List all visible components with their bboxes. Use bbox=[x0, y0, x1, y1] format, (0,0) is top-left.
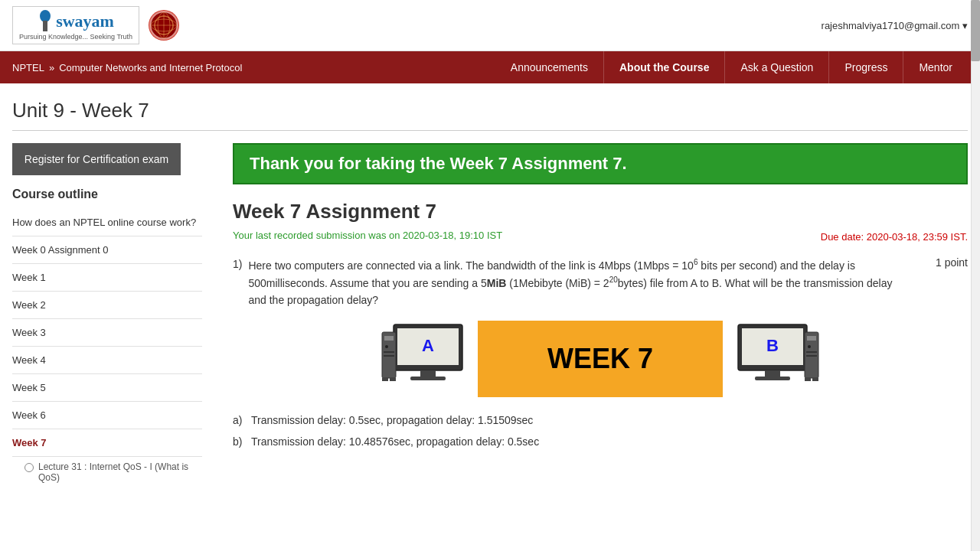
assignment-title: Week 7 Assignment 7 bbox=[233, 200, 968, 223]
week7-image-area: A bbox=[233, 321, 968, 397]
title-divider bbox=[12, 130, 968, 131]
scrollbar-thumb[interactable] bbox=[971, 0, 980, 61]
svg-rect-28 bbox=[806, 351, 817, 353]
svg-rect-24 bbox=[755, 377, 790, 380]
question-1-block: 1) Here two computers are connected via … bbox=[233, 256, 968, 452]
sidebar-item-week6[interactable]: Week 6 bbox=[12, 402, 202, 429]
svg-rect-31 bbox=[812, 378, 818, 381]
swayam-tagline: Pursuing Knowledge... Seeking Truth bbox=[19, 33, 132, 41]
sidebar-item-week2[interactable]: Week 2 bbox=[12, 292, 202, 319]
computer-a-block: A bbox=[378, 321, 478, 397]
logo-area: swayam Pursuing Knowledge... Seeking Tru… bbox=[12, 6, 179, 44]
sidebar-subitem-label: Lecture 31 : Internet QoS - I (What is Q… bbox=[38, 461, 202, 483]
answer-a-letter: a) bbox=[233, 414, 245, 426]
main-area: Thank you for taking the Week 7 Assignme… bbox=[202, 143, 968, 487]
breadcrumb-sep: » bbox=[49, 62, 54, 73]
svg-rect-19 bbox=[390, 378, 396, 381]
nav-announcements[interactable]: Announcements bbox=[495, 51, 604, 83]
scrollbar-track[interactable] bbox=[971, 0, 980, 503]
breadcrumb-home[interactable]: NPTEL bbox=[12, 62, 44, 73]
answer-a-text: Transmission delay: 0.5sec, propagation … bbox=[251, 414, 533, 426]
svg-rect-16 bbox=[384, 351, 394, 353]
sidebar-item-week0[interactable]: Week 0 Assignment 0 bbox=[12, 236, 202, 264]
due-info: Due date: 2020-03-18, 23:59 IST. bbox=[821, 231, 968, 243]
main-layout: Register for Certification exam Course o… bbox=[12, 143, 968, 487]
question-1-header: 1) Here two computers are connected via … bbox=[233, 256, 968, 308]
sidebar-item-week7[interactable]: Week 7 bbox=[12, 429, 202, 457]
q1-text-3: (1Mebibyte (MiB) = 2 bbox=[506, 277, 609, 289]
radio-icon bbox=[24, 463, 34, 472]
thank-you-banner: Thank you for taking the Week 7 Assignme… bbox=[233, 143, 968, 184]
user-email[interactable]: rajeshmalviya1710@gmail.com ▾ bbox=[822, 20, 968, 31]
sidebar-item-week1[interactable]: Week 1 bbox=[12, 264, 202, 292]
svg-rect-14 bbox=[384, 336, 394, 341]
sidebar-subitem-lecture31[interactable]: Lecture 31 : Internet QoS - I (What is Q… bbox=[12, 457, 202, 487]
svg-point-27 bbox=[808, 345, 811, 348]
nav-ask-question[interactable]: Ask a Question bbox=[725, 51, 829, 83]
answer-b-text: Transmission delay: 10.48576sec, propaga… bbox=[251, 435, 539, 448]
computer-b-block: B bbox=[723, 321, 822, 397]
nptel-logo bbox=[149, 10, 179, 41]
nav-mentor[interactable]: Mentor bbox=[903, 51, 968, 83]
computer-a-svg: A bbox=[378, 321, 478, 397]
svg-rect-12 bbox=[410, 377, 446, 380]
week7-badge: WEEK 7 bbox=[478, 321, 723, 397]
swayam-logo: swayam Pursuing Knowledge... Seeking Tru… bbox=[12, 6, 139, 44]
sidebar-item-week4[interactable]: Week 4 bbox=[12, 347, 202, 374]
top-header: swayam Pursuing Knowledge... Seeking Tru… bbox=[0, 0, 980, 51]
nav-bar: NPTEL » Computer Networks and Internet P… bbox=[0, 51, 980, 83]
svg-point-2 bbox=[151, 12, 177, 38]
svg-point-15 bbox=[385, 345, 388, 348]
user-email-text: rajeshmalviya1710@gmail.com bbox=[822, 20, 960, 31]
page-title: Unit 9 - Week 7 bbox=[12, 99, 968, 122]
submission-info: Your last recorded submission was on 202… bbox=[233, 230, 502, 241]
breadcrumb: NPTEL » Computer Networks and Internet P… bbox=[12, 62, 242, 73]
computer-b-svg: B bbox=[723, 321, 822, 397]
svg-rect-29 bbox=[806, 355, 817, 357]
dropdown-icon: ▾ bbox=[962, 20, 968, 31]
answer-options: a) Transmission delay: 0.5sec, propagati… bbox=[233, 409, 968, 452]
q1-sup2: 20 bbox=[609, 276, 618, 284]
svg-rect-26 bbox=[807, 336, 816, 341]
svg-rect-11 bbox=[420, 370, 436, 377]
nav-links: Announcements About the Course Ask a Que… bbox=[495, 51, 968, 83]
question-1-num: 1) bbox=[233, 256, 242, 270]
svg-point-0 bbox=[40, 10, 51, 22]
svg-point-7 bbox=[151, 19, 177, 31]
nav-progress[interactable]: Progress bbox=[829, 51, 903, 83]
breadcrumb-course: Computer Networks and Internet Protocol bbox=[59, 62, 242, 73]
q1-text-1: Here two computers are connected via a l… bbox=[248, 259, 693, 272]
swayam-brand-text: swayam bbox=[56, 11, 114, 31]
svg-rect-1 bbox=[43, 21, 47, 31]
course-outline-title: Course outline bbox=[12, 187, 202, 201]
nav-about-course[interactable]: About the Course bbox=[604, 51, 725, 83]
sidebar-item-week3[interactable]: Week 3 bbox=[12, 319, 202, 347]
q1-mib: MiB bbox=[487, 277, 507, 289]
svg-point-6 bbox=[158, 12, 170, 38]
question-1-points: 1 point bbox=[920, 256, 968, 308]
answer-b-letter: b) bbox=[233, 435, 245, 448]
page-content: Unit 9 - Week 7 Register for Certificati… bbox=[0, 83, 980, 503]
question-1-text: Here two computers are connected via a l… bbox=[248, 256, 906, 308]
svg-text:B: B bbox=[766, 336, 779, 355]
svg-text:A: A bbox=[422, 336, 434, 355]
svg-rect-23 bbox=[765, 370, 780, 377]
answer-a: a) Transmission delay: 0.5sec, propagati… bbox=[233, 409, 968, 431]
nptel-logo-svg bbox=[150, 11, 178, 39]
sidebar-item-nptel-how[interactable]: How does an NPTEL online course work? bbox=[12, 209, 202, 236]
sidebar-item-week5[interactable]: Week 5 bbox=[12, 374, 202, 402]
svg-rect-18 bbox=[382, 378, 388, 381]
svg-rect-30 bbox=[805, 378, 811, 381]
register-btn[interactable]: Register for Certification exam bbox=[12, 143, 181, 175]
answer-b: b) Transmission delay: 10.48576sec, prop… bbox=[233, 431, 968, 452]
submission-row: Your last recorded submission was on 202… bbox=[233, 230, 968, 244]
svg-rect-17 bbox=[384, 355, 394, 357]
svg-point-3 bbox=[155, 16, 173, 34]
swayam-icon bbox=[38, 10, 53, 33]
sidebar: Register for Certification exam Course o… bbox=[12, 143, 202, 487]
